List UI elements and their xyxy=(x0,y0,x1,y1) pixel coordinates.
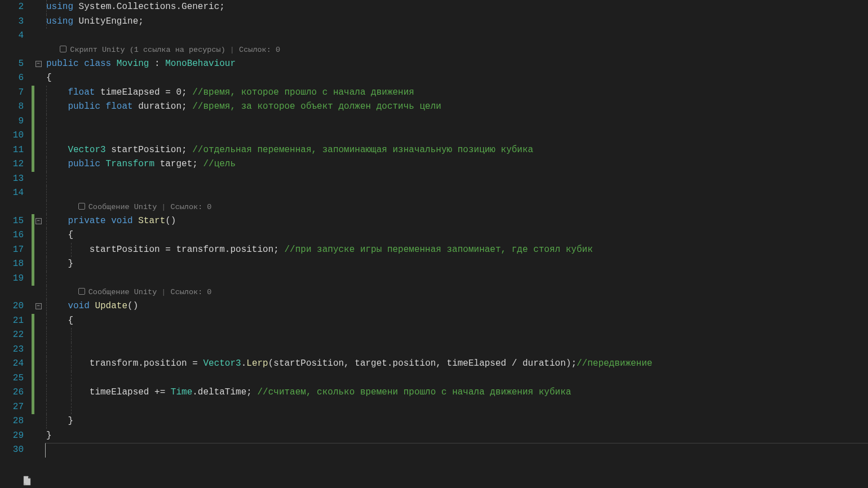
line-number: 29 xyxy=(0,429,24,443)
line-number xyxy=(0,43,24,57)
change-indicator xyxy=(32,272,34,286)
code-line[interactable]: float timeElapsed = 0; //время, которое … xyxy=(45,86,868,100)
line-number: 11 xyxy=(0,143,24,158)
change-indicator xyxy=(32,86,34,100)
cube-icon xyxy=(78,203,85,210)
line-number: 5 xyxy=(0,57,24,72)
codelens[interactable]: Сообщение Unity | Ссылок: 0 xyxy=(45,286,868,299)
code-area[interactable]: using System.Collections.Generic; using … xyxy=(45,0,868,488)
code-line[interactable]: public class Moving : MonoBehaviour xyxy=(45,57,868,72)
change-indicator xyxy=(32,157,34,172)
change-indicator xyxy=(32,128,34,143)
cube-icon xyxy=(78,288,85,295)
code-line[interactable]: Vector3 startPosition; //отдельная перем… xyxy=(45,143,868,158)
code-line[interactable] xyxy=(45,371,868,386)
code-line[interactable] xyxy=(45,343,868,357)
code-line[interactable]: void Update() xyxy=(45,299,868,314)
line-number: 2 xyxy=(0,0,24,15)
code-line[interactable] xyxy=(45,400,868,415)
change-indicator xyxy=(32,214,34,229)
line-number: 6 xyxy=(0,71,24,86)
code-line[interactable]: startPosition = transform.position; //пр… xyxy=(45,243,868,258)
line-number: 8 xyxy=(0,100,24,114)
change-indicator xyxy=(32,100,34,114)
line-number: 3 xyxy=(0,15,24,29)
code-line[interactable]: public float duration; //время, за котор… xyxy=(45,100,868,114)
change-indicator xyxy=(32,243,34,258)
cube-icon xyxy=(60,46,67,52)
change-indicator xyxy=(32,385,34,400)
code-line[interactable] xyxy=(45,443,868,458)
fold-toggle-icon[interactable]: − xyxy=(36,218,42,224)
codelens[interactable]: Скрипт Unity (1 ссылка на ресурсы) | Ссы… xyxy=(45,43,868,57)
line-number: 9 xyxy=(0,114,24,129)
change-indicator xyxy=(32,228,34,243)
change-indicator xyxy=(32,143,34,158)
change-indicator xyxy=(32,114,34,129)
line-number: 25 xyxy=(0,371,24,386)
change-indicator xyxy=(32,400,34,415)
code-line[interactable] xyxy=(45,172,868,187)
line-number: 23 xyxy=(0,343,24,357)
change-indicator xyxy=(32,257,34,272)
line-number: 7 xyxy=(0,86,24,100)
code-line[interactable]: timeElapsed += Time.deltaTime; //считаем… xyxy=(45,385,868,400)
change-indicator xyxy=(32,314,34,329)
line-number: 12 xyxy=(0,157,24,172)
line-number: 28 xyxy=(0,414,24,429)
line-number: 13 xyxy=(0,172,24,187)
line-number: 19 xyxy=(0,272,24,286)
code-line[interactable]: using System.Collections.Generic; xyxy=(45,0,868,15)
code-line[interactable]: } xyxy=(45,429,868,443)
line-number xyxy=(0,201,24,214)
line-number: 10 xyxy=(0,128,24,143)
line-number: 20 xyxy=(0,299,24,314)
change-indicator xyxy=(32,328,34,343)
change-indicator xyxy=(32,371,34,386)
line-number xyxy=(0,286,24,299)
code-line[interactable]: } xyxy=(45,414,868,429)
change-indicator xyxy=(32,343,34,357)
code-line[interactable]: public Transform target; //цель xyxy=(45,157,868,172)
bookmark-icon[interactable] xyxy=(23,476,32,486)
line-number: 24 xyxy=(0,357,24,371)
code-line[interactable] xyxy=(45,128,868,143)
code-line[interactable] xyxy=(45,272,868,286)
code-line[interactable]: using UnityEngine; xyxy=(45,15,868,29)
code-line[interactable] xyxy=(45,114,868,129)
fold-toggle-icon[interactable]: − xyxy=(36,303,42,309)
line-number: 30 xyxy=(0,443,24,458)
code-line[interactable]: } xyxy=(45,257,868,272)
code-line[interactable]: transform.position = Vector3.Lerp(startP… xyxy=(45,357,868,371)
line-number: 21 xyxy=(0,314,24,329)
code-line[interactable]: { xyxy=(45,314,868,329)
line-number: 4 xyxy=(0,29,24,43)
line-number-gutter: 2 3 4 5 6 7 8 9 10 11 12 13 14 15 16 17 … xyxy=(0,0,32,488)
code-line[interactable] xyxy=(45,328,868,343)
line-number: 22 xyxy=(0,328,24,343)
code-editor: 2 3 4 5 6 7 8 9 10 11 12 13 14 15 16 17 … xyxy=(0,0,868,488)
line-number: 15 xyxy=(0,214,24,229)
code-line[interactable] xyxy=(45,186,868,201)
change-indicator xyxy=(32,357,34,371)
codelens[interactable]: Сообщение Unity | Ссылок: 0 xyxy=(45,201,868,214)
line-number: 16 xyxy=(0,228,24,243)
code-line[interactable]: private void Start() xyxy=(45,214,868,229)
code-line[interactable]: { xyxy=(45,228,868,243)
line-number: 17 xyxy=(0,243,24,258)
code-line[interactable] xyxy=(45,29,868,43)
line-number: 18 xyxy=(0,257,24,272)
editor-margin: − − − xyxy=(32,0,45,488)
line-number: 26 xyxy=(0,385,24,400)
line-number: 14 xyxy=(0,186,24,201)
fold-toggle-icon[interactable]: − xyxy=(36,61,42,67)
line-number: 27 xyxy=(0,400,24,415)
code-line[interactable]: { xyxy=(45,71,868,86)
